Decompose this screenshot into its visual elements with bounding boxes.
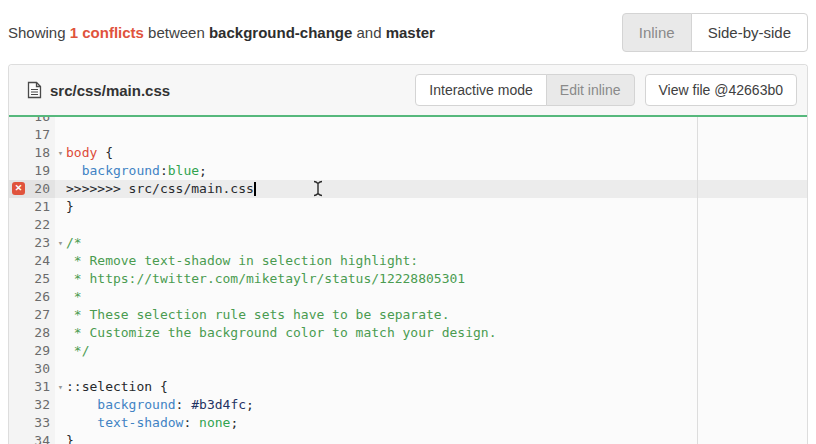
line-number: 29 (9, 342, 55, 360)
line-number: 17 (9, 126, 55, 144)
code-text: * (66, 288, 82, 306)
code-line-19[interactable]: 19 background:blue; (9, 162, 807, 180)
line-number: 30 (9, 360, 55, 378)
line-number: 19 (9, 162, 55, 180)
file-title: src/css/main.css (27, 81, 170, 99)
edit-mode-toggle: Interactive mode Edit inline (415, 74, 634, 106)
code-line-33[interactable]: 33 text-shadow: none; (9, 414, 807, 432)
code-line-32[interactable]: 32 background: #b3d4fc; (9, 396, 807, 414)
fold-gutter (55, 306, 66, 324)
code-text: * https://twitter.com/miketaylr/status/1… (66, 270, 465, 288)
fold-gutter (55, 324, 66, 342)
file-icon (27, 81, 42, 99)
line-number: 33 (9, 414, 55, 432)
fold-gutter (55, 162, 66, 180)
merge-conflicts-screen: Showing 1 conflicts between background-c… (0, 0, 816, 444)
line-number: 26 (9, 288, 55, 306)
conflict-count: 1 conflicts (70, 24, 144, 41)
line-number: 28 (9, 324, 55, 342)
summary-prefix: Showing (8, 24, 70, 41)
conflict-summary: Showing 1 conflicts between background-c… (8, 24, 435, 41)
line-number: 31 (9, 378, 55, 396)
line-number: 23 (9, 234, 55, 252)
code-lines: 161718▾body {19 background:blue;20✕>>>>>… (9, 117, 807, 444)
fold-arrow-icon[interactable]: ▾ (55, 144, 66, 162)
target-branch: master (386, 24, 435, 41)
fold-gutter (55, 117, 66, 126)
code-line-22[interactable]: 22 (9, 216, 807, 234)
code-line-24[interactable]: 24 * Remove text-shadow in selection hig… (9, 252, 807, 270)
code-line-30[interactable]: 30 (9, 360, 807, 378)
fold-gutter (55, 216, 66, 234)
code-text: } (66, 198, 74, 216)
view-file-button[interactable]: View file @42663b0 (645, 74, 797, 106)
code-text: } (66, 432, 74, 444)
fold-gutter (55, 180, 66, 198)
fold-gutter (55, 252, 66, 270)
file-name: src/css/main.css (50, 82, 170, 99)
code-line-23[interactable]: 23▾/* (9, 234, 807, 252)
code-line-21[interactable]: 21} (9, 198, 807, 216)
code-text: text-shadow: none; (66, 414, 238, 432)
fold-gutter (55, 342, 66, 360)
fold-gutter (55, 360, 66, 378)
fold-arrow-icon[interactable]: ▾ (55, 378, 66, 396)
code-line-20[interactable]: 20✕>>>>>>> src/css/main.css (9, 180, 807, 198)
fold-gutter (55, 126, 66, 144)
code-text: background:blue; (66, 162, 207, 180)
summary-between: between (144, 24, 209, 41)
line-number: 16 (9, 117, 55, 126)
code-text: */ (66, 342, 89, 360)
fold-gutter (55, 198, 66, 216)
code-line-17[interactable]: 17 (9, 126, 807, 144)
source-branch: background-change (209, 24, 352, 41)
line-number: 32 (9, 396, 55, 414)
code-line-26[interactable]: 26 * (9, 288, 807, 306)
line-number: 22 (9, 216, 55, 234)
code-text: background: #b3d4fc; (66, 396, 254, 414)
file-actions: Interactive mode Edit inline View file @… (415, 74, 797, 106)
mouse-ibeam-cursor-icon (312, 180, 324, 202)
conflict-error-icon: ✕ (12, 182, 25, 195)
line-number: 34 (9, 432, 55, 444)
line-number: 24 (9, 252, 55, 270)
code-text: * These selection rule sets have to be s… (66, 306, 450, 324)
code-line-18[interactable]: 18▾body { (9, 144, 807, 162)
fold-arrow-icon[interactable]: ▾ (55, 234, 66, 252)
summary-and: and (352, 24, 385, 41)
code-line-25[interactable]: 25 * https://twitter.com/miketaylr/statu… (9, 270, 807, 288)
code-line-31[interactable]: 31▾::selection { (9, 378, 807, 396)
file-header: src/css/main.css Interactive mode Edit i… (9, 65, 807, 115)
view-mode-toggle: Inline Side-by-side (622, 13, 808, 52)
code-line-27[interactable]: 27 * These selection rule sets have to b… (9, 306, 807, 324)
inline-view-button[interactable]: Inline (622, 13, 692, 52)
fold-gutter (55, 270, 66, 288)
conflicts-header-bar: Showing 1 conflicts between background-c… (0, 0, 816, 64)
edit-inline-button[interactable]: Edit inline (546, 74, 635, 106)
code-text: /* (66, 234, 82, 252)
fold-gutter (55, 414, 66, 432)
conflict-file-panel: src/css/main.css Interactive mode Edit i… (8, 64, 808, 444)
code-line-29[interactable]: 29 */ (9, 342, 807, 360)
code-line-16[interactable]: 16 (9, 117, 807, 126)
column-ruler (697, 117, 698, 444)
line-number: 25 (9, 270, 55, 288)
fold-gutter (55, 288, 66, 306)
code-text: * Remove text-shadow in selection highli… (66, 252, 418, 270)
line-number: 27 (9, 306, 55, 324)
line-number: 18 (9, 144, 55, 162)
code-text: * Customize the background color to matc… (66, 324, 496, 342)
code-text: body { (66, 144, 113, 162)
fold-gutter (55, 396, 66, 414)
side-by-side-view-button[interactable]: Side-by-side (691, 13, 808, 52)
text-caret (254, 182, 256, 196)
code-text: ::selection { (66, 378, 168, 396)
line-number: 21 (9, 198, 55, 216)
code-text: >>>>>>> src/css/main.css (66, 180, 256, 198)
interactive-mode-button[interactable]: Interactive mode (415, 74, 547, 106)
code-line-28[interactable]: 28 * Customize the background color to m… (9, 324, 807, 342)
code-editor[interactable]: 161718▾body {19 background:blue;20✕>>>>>… (9, 117, 807, 444)
code-line-34[interactable]: 34} (9, 432, 807, 444)
fold-gutter (55, 432, 66, 444)
line-number: 20✕ (9, 180, 55, 198)
